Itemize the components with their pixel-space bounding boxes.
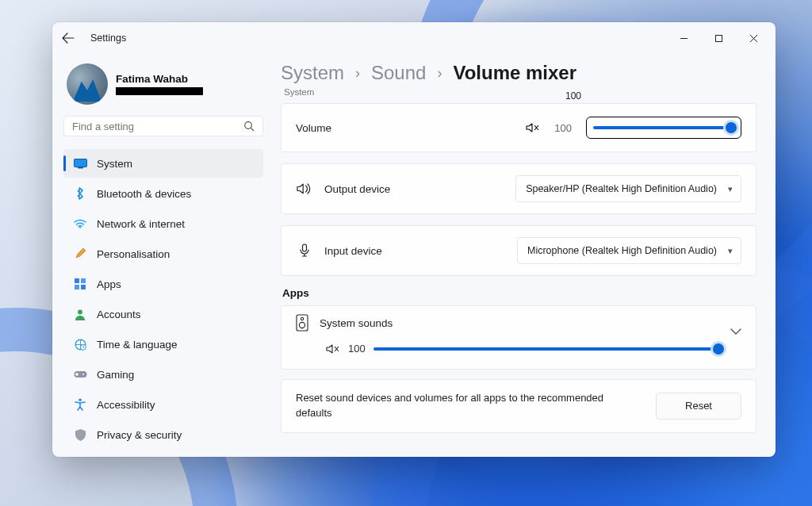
chevron-down-icon: ▾: [728, 246, 733, 256]
svg-rect-9: [75, 285, 79, 289]
output-device-value: Speaker/HP (Realtek High Definition Audi…: [526, 183, 717, 194]
speaker-icon: [296, 182, 313, 195]
chevron-right-icon: ›: [437, 65, 442, 82]
sidebar-item-label: Accessibility: [97, 399, 155, 411]
output-device-row: Output device Speaker/HP (Realtek High D…: [281, 163, 756, 214]
svg-rect-7: [75, 278, 79, 283]
svg-rect-5: [78, 167, 83, 168]
sidebar-item-label: Bluetooth & devices: [97, 188, 191, 200]
sidebar-item-privacy[interactable]: Privacy & security: [63, 420, 263, 449]
breadcrumb: System › Sound › Volume mixer: [281, 62, 756, 84]
reset-button[interactable]: Reset: [656, 393, 741, 420]
gamepad-icon: [73, 370, 87, 379]
svg-point-20: [299, 322, 304, 328]
input-device-row: Input device Microphone (Realtek High De…: [281, 225, 756, 276]
system-sounds-value: 100: [348, 343, 366, 355]
speaker-muted-icon[interactable]: [526, 122, 540, 133]
chevron-right-icon: ›: [355, 65, 360, 82]
search-icon: [243, 121, 255, 132]
accessibility-icon: [73, 398, 87, 411]
sidebar-item-personalisation[interactable]: Personalisation: [63, 240, 263, 268]
breadcrumb-system[interactable]: System: [281, 62, 344, 84]
paintbrush-icon: [73, 247, 87, 260]
display-icon: [73, 159, 87, 169]
titlebar: Settings: [52, 22, 776, 54]
profile-email-redacted: [116, 87, 203, 95]
profile-block[interactable]: Fatima Wahab: [67, 63, 263, 105]
globe-clock-icon: [73, 339, 87, 351]
svg-point-11: [78, 309, 82, 314]
sidebar-item-accessibility[interactable]: Accessibility: [63, 390, 263, 419]
search-placeholder: Find a setting: [72, 121, 134, 132]
slider-thumb[interactable]: [710, 341, 726, 357]
svg-line-3: [251, 128, 254, 131]
volume-row: 100 Volume 100: [281, 103, 756, 152]
sidebar-item-label: Privacy & security: [97, 429, 182, 441]
person-icon: [73, 309, 87, 320]
sidebar-item-label: Time & language: [97, 339, 178, 351]
apps-heading: Apps: [282, 287, 756, 299]
volume-label: Volume: [296, 122, 331, 134]
sidebar-item-network[interactable]: Network & internet: [63, 209, 263, 238]
shield-icon: [73, 429, 87, 441]
device-speaker-icon: [296, 314, 308, 332]
back-button[interactable]: [62, 33, 86, 44]
output-device-label: Output device: [324, 183, 390, 195]
apps-icon: [73, 278, 87, 290]
profile-name: Fatima Wahab: [116, 73, 203, 85]
volume-value: 100: [554, 122, 572, 134]
svg-point-19: [301, 317, 303, 320]
output-device-select[interactable]: Speaker/HP (Realtek High Definition Audi…: [515, 175, 741, 202]
sidebar: Fatima Wahab Find a setting System Bluet…: [52, 54, 274, 457]
sidebar-item-time[interactable]: Time & language: [63, 330, 263, 358]
minimize-button[interactable]: [666, 26, 701, 50]
avatar: [67, 63, 108, 105]
volume-slider-highlight: [586, 117, 741, 139]
sidebar-item-label: Gaming: [97, 369, 134, 381]
input-device-label: Input device: [324, 245, 382, 257]
breadcrumb-current: Volume mixer: [453, 62, 576, 84]
section-heading-truncated: System: [284, 87, 314, 97]
system-sounds-card: System sounds 100: [281, 305, 756, 370]
microphone-icon: [296, 243, 313, 258]
reset-button-label: Reset: [685, 400, 712, 412]
breadcrumb-sound[interactable]: Sound: [371, 62, 426, 84]
search-input[interactable]: Find a setting: [63, 116, 263, 136]
input-device-select[interactable]: Microphone (Realtek High Definition Audi…: [517, 237, 741, 264]
sidebar-item-label: System: [97, 158, 132, 170]
sidebar-item-system[interactable]: System: [63, 149, 263, 178]
svg-point-6: [79, 227, 81, 228]
sidebar-item-accounts[interactable]: Accounts: [63, 300, 263, 328]
svg-rect-10: [81, 285, 86, 289]
main-content: System › Sound › Volume mixer System 100…: [274, 54, 776, 457]
close-button[interactable]: [736, 26, 771, 50]
reset-description: Reset sound devices and volumes for all …: [296, 391, 640, 421]
system-sounds-slider[interactable]: [373, 347, 721, 351]
input-device-value: Microphone (Realtek High Definition Audi…: [527, 245, 717, 256]
bluetooth-icon: [73, 187, 87, 200]
svg-rect-4: [74, 159, 86, 167]
expand-button[interactable]: [730, 328, 741, 335]
svg-rect-17: [303, 244, 307, 251]
sidebar-item-label: Accounts: [97, 309, 141, 320]
sidebar-item-gaming[interactable]: Gaming: [63, 360, 263, 389]
chevron-down-icon: ▾: [728, 184, 733, 194]
volume-tooltip: 100: [564, 90, 583, 102]
svg-rect-8: [81, 278, 86, 283]
volume-slider[interactable]: [593, 126, 734, 129]
maximize-button[interactable]: [701, 26, 736, 50]
speaker-muted-icon[interactable]: [326, 343, 340, 355]
sidebar-item-apps[interactable]: Apps: [63, 270, 263, 298]
wifi-icon: [73, 219, 87, 228]
window-title: Settings: [90, 33, 126, 44]
sidebar-item-label: Apps: [97, 278, 121, 290]
slider-thumb[interactable]: [723, 120, 739, 136]
svg-point-15: [82, 374, 84, 375]
settings-window: Settings Fatima Wahab Find a setting: [52, 22, 776, 457]
sidebar-item-label: Network & internet: [97, 218, 185, 230]
nav-list: System Bluetooth & devices Network & int…: [63, 149, 263, 449]
svg-rect-1: [715, 35, 722, 41]
reset-card: Reset sound devices and volumes for all …: [281, 379, 756, 433]
sidebar-item-bluetooth[interactable]: Bluetooth & devices: [63, 179, 263, 208]
system-sounds-title: System sounds: [320, 317, 393, 329]
